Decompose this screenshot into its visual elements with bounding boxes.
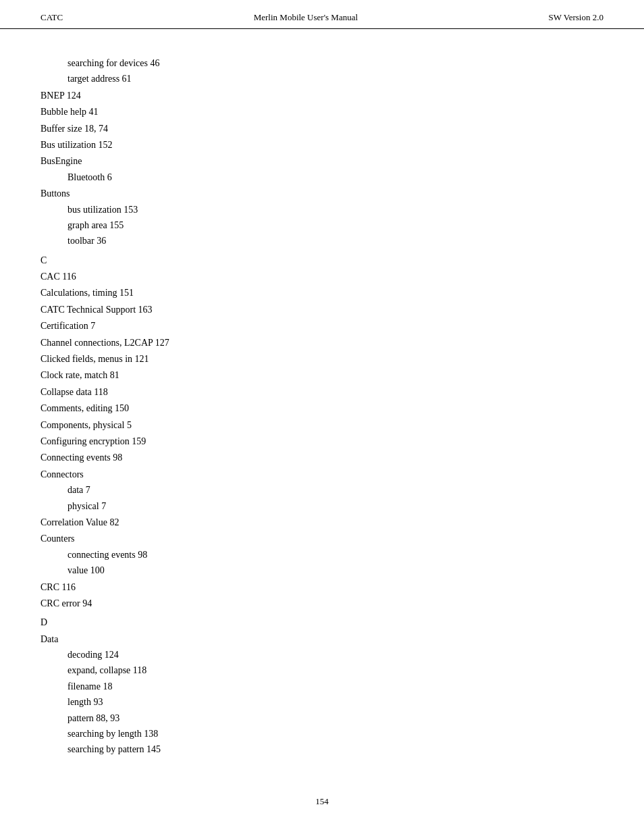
index-entry: searching by length 138 xyxy=(41,727,603,741)
index-entry: CAC 116 xyxy=(41,269,603,284)
index-entry: toolbar 36 xyxy=(41,234,603,249)
index-entry: BusEngine xyxy=(41,154,603,169)
index-entry: Buffer size 18, 74 xyxy=(41,122,603,136)
index-entry: Connecting events 98 xyxy=(41,450,603,465)
page-number: 154 xyxy=(315,796,329,806)
index-entry: Collapse data 118 xyxy=(41,385,603,400)
index-entry: D xyxy=(41,615,603,630)
index-entry: connecting events 98 xyxy=(41,548,603,563)
index-entry: Configuring encryption 159 xyxy=(41,434,603,449)
index-entry: Channel connections, L2CAP 127 xyxy=(41,336,603,350)
page-header: CATC Merlin Mobile User's Manual SW Vers… xyxy=(0,0,644,29)
index-entry: Buttons xyxy=(41,186,603,201)
index-entry: graph area 155 xyxy=(41,218,603,233)
index-entry: Bubble help 41 xyxy=(41,105,603,120)
index-entry: Clock rate, match 81 xyxy=(41,368,603,383)
index-entry: Comments, editing 150 xyxy=(41,401,603,416)
index-entry: decoding 124 xyxy=(41,648,603,662)
index-entry: Correlation Value 82 xyxy=(41,515,603,530)
index-entry: Bus utilization 152 xyxy=(41,138,603,153)
index-entry: Connectors xyxy=(41,467,603,482)
index-entry: Counters xyxy=(41,531,603,546)
index-entry: Bluetooth 6 xyxy=(41,170,603,185)
index-entry: Data xyxy=(41,632,603,647)
index-entry: Components, physical 5 xyxy=(41,418,603,433)
index-entry: searching for devices 46 xyxy=(41,56,603,71)
page-footer: 154 xyxy=(0,796,644,807)
index-entry: physical 7 xyxy=(41,499,603,514)
index-entry: searching by pattern 145 xyxy=(41,742,603,757)
index-entry: value 100 xyxy=(41,563,603,578)
page: CATC Merlin Mobile User's Manual SW Vers… xyxy=(0,0,644,834)
index-entry: target address 61 xyxy=(41,72,603,86)
index-entry: filename 18 xyxy=(41,679,603,694)
index-entry: CRC 116 xyxy=(41,580,603,595)
index-entry: Calculations, timing 151 xyxy=(41,286,603,301)
index-entry: data 7 xyxy=(41,483,603,498)
index-entry: Certification 7 xyxy=(41,319,603,334)
header-center: Merlin Mobile User's Manual xyxy=(254,12,358,23)
index-entry: CATC Technical Support 163 xyxy=(41,303,603,317)
index-content: searching for devices 46target address 6… xyxy=(0,29,644,799)
index-entry: Clicked fields, menus in 121 xyxy=(41,352,603,367)
index-entry: bus utilization 153 xyxy=(41,203,603,217)
index-entry: length 93 xyxy=(41,695,603,710)
index-entry: C xyxy=(41,253,603,268)
index-entry: expand, collapse 118 xyxy=(41,663,603,678)
index-entry: CRC error 94 xyxy=(41,596,603,611)
header-left: CATC xyxy=(41,12,63,23)
index-entry: pattern 88, 93 xyxy=(41,711,603,726)
index-entry: BNEP 124 xyxy=(41,88,603,103)
header-right: SW Version 2.0 xyxy=(548,12,603,23)
